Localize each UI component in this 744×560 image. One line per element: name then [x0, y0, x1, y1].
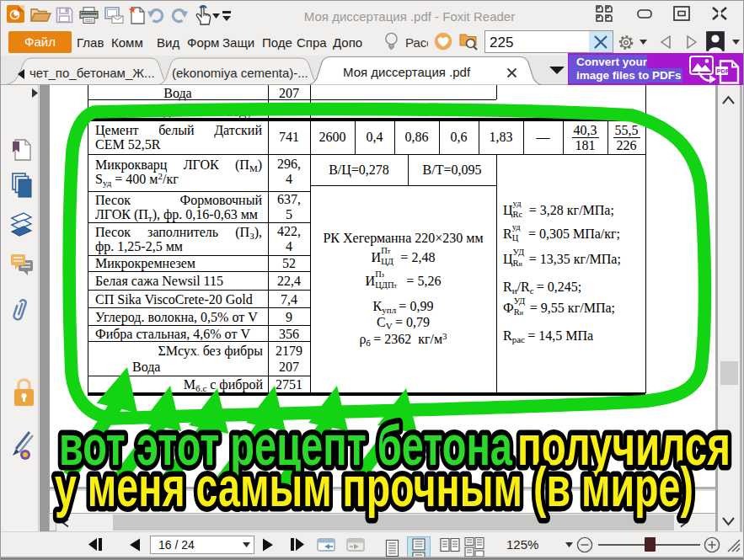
svg-text:PDF: PDF: [717, 67, 730, 75]
